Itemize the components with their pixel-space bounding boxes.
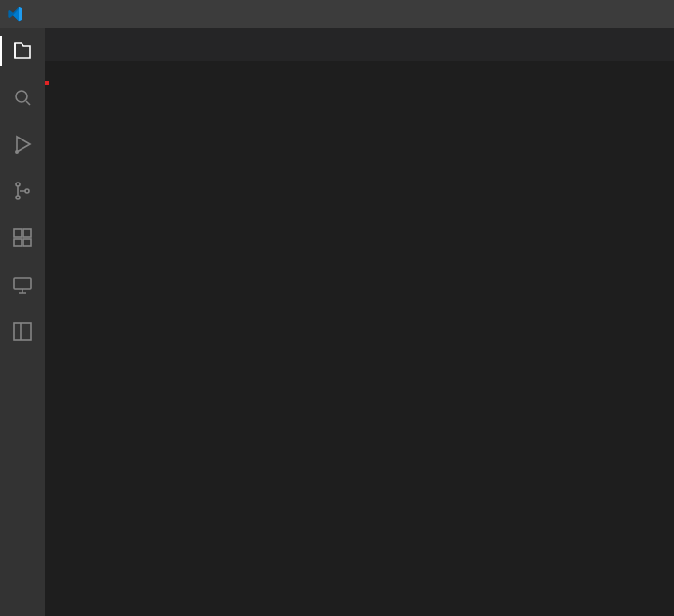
breadcrumb[interactable] [45,61,674,81]
activity-extensions-icon[interactable] [0,223,45,253]
code-editor[interactable] [45,81,674,616]
activity-run-debug-icon[interactable] [0,129,45,159]
svg-point-0 [16,91,27,102]
svg-rect-5 [14,229,22,237]
activity-source-control-icon[interactable] [0,176,45,206]
annotation-red-box [45,81,49,85]
activity-search-icon[interactable] [0,82,45,112]
editor-group [45,28,674,616]
activity-remote-icon[interactable] [0,270,45,300]
activity-layout-icon[interactable] [0,316,45,346]
svg-rect-6 [23,229,31,237]
activity-bar [0,28,45,616]
svg-point-1 [15,150,19,154]
vscode-logo-icon [7,7,22,22]
tab-bar [45,28,674,61]
activity-explorer-icon[interactable] [0,36,45,66]
svg-point-2 [16,183,20,186]
svg-rect-8 [23,239,31,246]
svg-point-4 [25,189,29,193]
svg-point-3 [16,196,20,199]
svg-rect-9 [14,278,31,289]
svg-rect-10 [14,323,31,340]
title-bar [0,0,674,28]
svg-rect-7 [14,239,22,246]
